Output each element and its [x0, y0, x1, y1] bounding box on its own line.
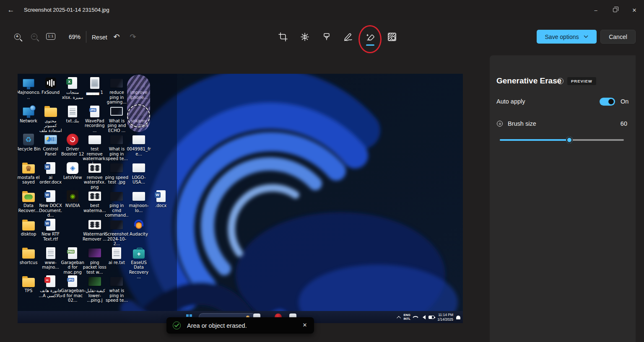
erase-brush-cursor	[127, 104, 150, 127]
tool-filter-button[interactable]	[316, 27, 338, 47]
desktop-icon[interactable]: best waterma...	[83, 190, 107, 213]
desktop-icon[interactable]: محتوى كمبيوتر استعادة ملف	[39, 105, 63, 133]
desktop-icon-label: Audacity	[127, 232, 151, 237]
desktop-icon[interactable]: what is ping in speed te...	[104, 275, 129, 303]
thumb-light-icon	[132, 162, 145, 174]
desktop-icon-label: EaseUS Data Recovery ...	[127, 260, 151, 280]
desktop-icon[interactable]: بنك.txt	[60, 105, 85, 124]
thumb-dark-icon	[110, 218, 123, 231]
desktop-icon[interactable]: ◈LetsView	[60, 162, 85, 180]
desktop-icon[interactable]: shortcus	[18, 247, 41, 265]
actual-size-button[interactable]: 1:1	[42, 28, 59, 45]
desktop-icon[interactable]: reduce ping in gaming...	[104, 77, 129, 105]
cancel-label: Cancel	[609, 34, 627, 40]
txt-icon	[110, 247, 123, 259]
volume-icon[interactable]	[421, 315, 426, 319]
desktop-icon[interactable]: Wai order.docx	[39, 162, 63, 185]
desktop-icon[interactable]: PNGGarageband for mac.png	[60, 247, 85, 275]
desktop-icon[interactable]: ai re.txt	[104, 247, 129, 265]
nvidia-icon: ◉	[66, 190, 79, 202]
desktop-icon[interactable]: ping speed test .jpg	[104, 162, 129, 185]
tool-erase-button[interactable]	[359, 27, 381, 47]
taskbar-clock[interactable]: 11:14 PM1/14/2025	[437, 313, 453, 321]
desktop-icon[interactable]: remove watersfxx.png	[83, 162, 107, 190]
zoom-in-button[interactable]: +	[9, 28, 26, 45]
tray-chevron-up-icon[interactable]	[397, 316, 401, 320]
minimize-button[interactable]: –	[586, 0, 605, 20]
photo-canvas[interactable]: Majnoonco...FxSoundXمنتجات مميزة .xlsx▄▄…	[18, 74, 463, 323]
doc-blur-icon	[88, 77, 101, 89]
desktop-icon-label: 0049981_fre...	[127, 147, 151, 156]
wifi-icon[interactable]	[413, 314, 418, 320]
desktop-icon[interactable]: ∞فاتورة هاتف جالاكسي A...	[39, 275, 63, 298]
desktop-icon[interactable]: What is ping and ECHO ...	[104, 105, 129, 133]
title-bar: ← Screenshot 2025-01-14 231504.jpg – ✕	[0, 0, 644, 20]
tool-adjustment-button[interactable]	[294, 27, 316, 47]
save-options-button[interactable]: Save options	[537, 30, 597, 44]
close-button[interactable]: ✕	[625, 0, 644, 20]
preview-badge: PREVIEW	[567, 77, 596, 85]
desktop-icon-label: Majnoonco...	[18, 90, 41, 100]
brush-size-slider[interactable]	[500, 137, 624, 143]
desktop-icon[interactable]: TPS	[18, 275, 41, 293]
slider-thumb[interactable]	[566, 137, 573, 143]
desktop-icon-label: Watermark Remover ...	[83, 232, 107, 241]
reset-button[interactable]: Reset	[88, 32, 111, 43]
desktop-icon[interactable]: W.docx	[149, 190, 173, 208]
auto-apply-toggle[interactable]	[600, 98, 615, 106]
toggle-knob	[608, 99, 614, 104]
desktop-icon[interactable]: What is ping in speed te...	[104, 133, 129, 161]
desktop-icon[interactable]: Data Recover...	[18, 190, 41, 213]
desktop-icon[interactable]: Screenshot 2024-10-2...	[104, 218, 129, 246]
desktop-icon[interactable]: 0049981_fre...	[127, 133, 151, 156]
brush-size-label: Brush size	[508, 120, 536, 127]
desktop-icon[interactable]: Control Panel	[39, 133, 63, 156]
desktop-icon[interactable]: majnoon-lo...	[127, 190, 151, 213]
toast-close-button[interactable]: ✕	[301, 322, 308, 329]
notification-bell-icon[interactable]	[456, 316, 460, 319]
desktop-icon[interactable]: WNew DOCX Document.d...	[39, 190, 63, 218]
folder-icon	[22, 247, 35, 259]
desktop-icon[interactable]: disktop	[18, 218, 41, 237]
desktop-icon[interactable]: test remove watermark.j...	[83, 133, 107, 166]
desktop-icon[interactable]: WNew RTF Text.rtf	[39, 218, 63, 241]
cancel-button[interactable]: Cancel	[600, 30, 636, 44]
desktop-icon-label: LOGO-USA...	[127, 175, 151, 185]
desktop-icon[interactable]: Driver Booster 12	[60, 133, 85, 156]
tool-crop-button[interactable]	[272, 27, 294, 47]
film-icon	[88, 190, 101, 202]
txt-icon	[44, 247, 57, 259]
desktop-icon[interactable]: ♻Recycle Bin	[18, 133, 41, 152]
tool-background-button[interactable]	[381, 27, 403, 47]
back-button[interactable]: ←	[5, 5, 17, 15]
system-tray: ENGINTL 11:14 PM1/14/2025	[398, 312, 461, 322]
desktop-icon-label: Network	[18, 119, 41, 124]
desktop-icon[interactable]: JPGWavePad recording ...	[83, 105, 107, 133]
battery-icon[interactable]	[428, 316, 434, 319]
desktop-icon[interactable]: ▄▄▄▄ 1	[83, 77, 107, 95]
info-icon[interactable]: i	[557, 78, 564, 84]
undo-button[interactable]: ↶	[108, 28, 125, 45]
desktop-icon[interactable]: mostafa el sayed	[18, 162, 41, 185]
desktop-icon[interactable]: Audacity	[127, 218, 151, 237]
desktop-icon[interactable]: Network	[18, 105, 41, 124]
desktop-icon[interactable]: FxSound	[39, 77, 63, 95]
redo-button[interactable]: ↷	[125, 28, 141, 45]
desktop-icon[interactable]: Majnoonco...	[18, 77, 41, 100]
desktop-icon[interactable]: LOGO-USA...	[127, 162, 151, 185]
language-indicator[interactable]: ENGINTL	[404, 314, 411, 321]
zoom-out-button[interactable]: −	[26, 28, 42, 45]
desktop-icon[interactable]: Xمنتجات مميزة .xlsx	[60, 77, 85, 100]
desktop-icon[interactable]: +EaseUS Data Recovery ...	[127, 247, 151, 280]
desktop-icon-label: reduce ping in gaming...	[104, 90, 129, 105]
tool-markup-button[interactable]	[338, 27, 359, 47]
desktop-icon[interactable]: كيفية-تقليل-lower-ping.j...	[83, 275, 107, 303]
desktop-icon[interactable]: Watermark Remover ...	[83, 218, 107, 241]
desktop-icon[interactable]: ping packet loss test w...	[83, 247, 107, 275]
thumb-frame-icon	[110, 105, 123, 118]
restore-button[interactable]	[605, 0, 625, 20]
desktop-icon[interactable]: JPGGarageband for mac 02...	[60, 275, 85, 303]
desktop-icon[interactable]: ping in cmd command...	[104, 190, 129, 223]
desktop-icon[interactable]: ◉NVIDIA	[60, 190, 85, 208]
desktop-icon[interactable]: www-majno...	[39, 247, 63, 270]
